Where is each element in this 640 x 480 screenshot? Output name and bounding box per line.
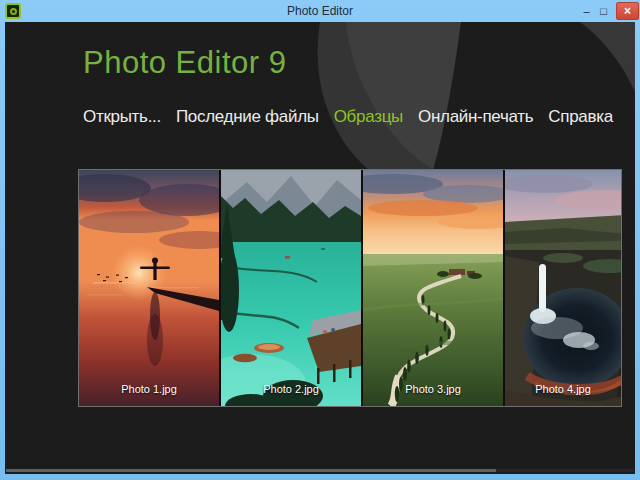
- titlebar[interactable]: Photo Editor – □ ×: [0, 0, 640, 22]
- photo-label: Photo 3.jpg: [363, 383, 503, 395]
- photo-thumbnail-2[interactable]: Photo 2.jpg: [221, 170, 361, 406]
- menu-item-open[interactable]: Открыть...: [83, 107, 161, 127]
- menu-item-samples[interactable]: Образцы: [334, 107, 403, 127]
- minimize-button[interactable]: –: [578, 2, 595, 20]
- menu-item-help[interactable]: Справка: [548, 107, 613, 127]
- photo-thumbnail-4[interactable]: Photo 4.jpg: [505, 170, 621, 406]
- photo-gallery: Photo 1.jpg: [78, 169, 622, 407]
- photo-label: Photo 2.jpg: [221, 383, 361, 395]
- photo-4-image: [505, 170, 621, 406]
- photo-label: Photo 1.jpg: [79, 383, 219, 395]
- photo-1-image: [79, 170, 219, 406]
- menu-item-online-print[interactable]: Онлайн-печать: [418, 107, 533, 127]
- photo-thumbnail-1[interactable]: Photo 1.jpg: [79, 170, 219, 406]
- photo-label: Photo 4.jpg: [505, 383, 621, 395]
- maximize-button[interactable]: □: [595, 2, 612, 20]
- close-button[interactable]: ×: [616, 2, 639, 20]
- main-menu: Открыть... Последние файлы Образцы Онлай…: [83, 107, 613, 127]
- photo-editor-window: Photo Editor – □ × Photo Editor 9 Открыт…: [0, 0, 640, 480]
- content-area: Photo Editor 9 Открыть... Последние файл…: [5, 22, 635, 474]
- window-controls: – □ ×: [578, 0, 639, 22]
- menu-item-recent-files[interactable]: Последние файлы: [176, 107, 319, 127]
- horizontal-scrollbar[interactable]: [6, 469, 634, 472]
- photo-3-image: [363, 170, 503, 406]
- window-title: Photo Editor: [0, 0, 640, 22]
- photo-thumbnail-3[interactable]: Photo 3.jpg: [363, 170, 503, 406]
- scrollbar-thumb[interactable]: [6, 469, 496, 472]
- photo-2-image: [221, 170, 361, 406]
- app-heading: Photo Editor 9: [83, 44, 286, 81]
